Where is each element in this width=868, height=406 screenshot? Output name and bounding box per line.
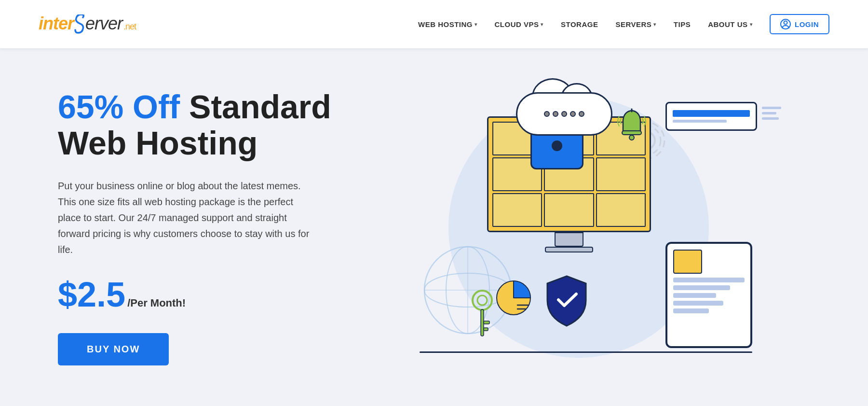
- site-logo[interactable]: inter erver.net: [39, 14, 136, 35]
- svg-rect-13: [484, 321, 489, 324]
- tablet-row: [673, 285, 730, 290]
- key-icon: [468, 288, 497, 343]
- hero-illustration-area: [347, 78, 810, 377]
- svg-rect-12: [481, 309, 484, 336]
- nav-web-hosting[interactable]: WEB HOSTING ▾: [418, 20, 477, 28]
- deco-line: [762, 117, 779, 120]
- bell-icon: [617, 107, 646, 147]
- tablet-row: [673, 301, 723, 306]
- card-shape: [665, 102, 757, 131]
- svg-point-8: [629, 135, 634, 140]
- svg-point-11: [477, 295, 487, 305]
- main-nav: WEB HOSTING ▾ CLOUD VPS ▾ STORAGE SERVER…: [418, 14, 829, 34]
- nav-servers[interactable]: SERVERS ▾: [615, 20, 656, 28]
- nav-about-us[interactable]: ABOUT US ▾: [708, 20, 752, 28]
- nav-tips[interactable]: TIPS: [674, 20, 691, 28]
- tablet-row: [673, 308, 709, 313]
- logo-inter: inter: [39, 14, 74, 34]
- cloud-dot: [579, 111, 584, 117]
- hero-price-amount: $2.5: [58, 277, 125, 312]
- deco-bottom-line: [420, 351, 752, 353]
- hero-price-suffix: /Per Month!: [127, 297, 186, 309]
- monitor-base: [545, 247, 593, 252]
- tablet-screen: [665, 242, 752, 348]
- pie-chart-icon: [494, 279, 533, 319]
- svg-point-10: [473, 291, 492, 310]
- buy-now-button[interactable]: BUY NOW: [58, 333, 169, 365]
- card-widget: [665, 102, 757, 131]
- chevron-down-icon: ▾: [750, 22, 753, 27]
- svg-rect-7: [622, 131, 641, 135]
- logo-net: .net: [123, 22, 136, 32]
- chevron-down-icon: ▾: [541, 22, 543, 27]
- cloud-shape: [516, 92, 612, 136]
- monitor-stand: [555, 232, 583, 247]
- hero-section: 65% Off StandardWeb Hosting Put your bus…: [0, 48, 868, 406]
- card-stripe: [673, 110, 750, 117]
- nav-storage[interactable]: STORAGE: [561, 20, 598, 28]
- tablet-yellow-box: [673, 250, 702, 274]
- nav-cloud-vps[interactable]: CLOUD VPS ▾: [494, 20, 543, 28]
- hero-title: 65% Off StandardWeb Hosting: [58, 89, 347, 161]
- logo-erver: erver: [85, 14, 122, 34]
- user-circle-icon: [780, 19, 791, 29]
- card-line: [673, 120, 727, 123]
- deco-line: [762, 112, 776, 114]
- tablet-row: [673, 293, 716, 298]
- cloud-dot: [570, 111, 576, 117]
- deco-lines: [762, 107, 781, 120]
- cloud-dot: [553, 111, 558, 117]
- cloud-dot: [544, 111, 550, 117]
- site-header: inter erver.net WEB HOSTING ▾ CLOUD VPS …: [0, 0, 868, 48]
- shield-icon: [545, 274, 588, 329]
- chevron-down-icon: ▾: [475, 22, 477, 27]
- hero-description: Put your business online or blog about t…: [58, 178, 318, 258]
- hero-price-block: $2.5 /Per Month!: [58, 277, 347, 312]
- login-label: LOGIN: [795, 20, 819, 28]
- hero-illustration: [391, 87, 767, 367]
- deco-line: [762, 107, 781, 109]
- chevron-down-icon: ▾: [653, 22, 656, 27]
- hero-title-highlight: 65% Off: [58, 88, 180, 125]
- tablet-icon: [665, 242, 752, 348]
- tablet-row: [673, 278, 745, 282]
- hero-content: 65% Off StandardWeb Hosting Put your bus…: [58, 89, 347, 366]
- svg-rect-14: [484, 328, 488, 331]
- svg-point-1: [784, 21, 787, 25]
- cloud-icon: [516, 92, 612, 136]
- cloud-dot: [561, 111, 567, 117]
- padlock-keyhole: [552, 140, 562, 151]
- login-button[interactable]: LOGIN: [770, 14, 829, 34]
- logo-s: [74, 14, 85, 35]
